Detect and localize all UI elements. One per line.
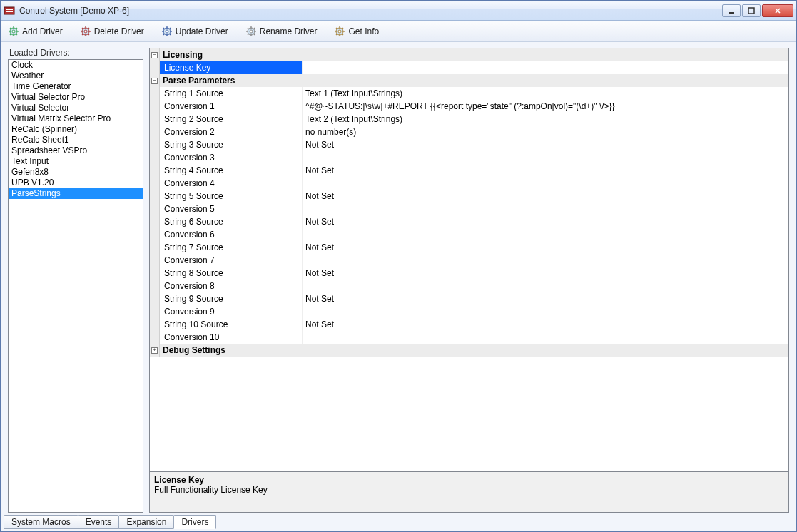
property-row[interactable]: String 9 SourceNot Set	[150, 292, 788, 305]
toolbar-label: Get Info	[348, 26, 379, 36]
svg-rect-1	[6, 9, 13, 10]
property-row[interactable]: Conversion 1^#@~STATUS:[\s\w]+#REPORT {{…	[150, 100, 788, 113]
property-row[interactable]: Conversion 2no number(s)	[150, 126, 788, 138]
update-driver-button[interactable]: Update Driver	[158, 24, 231, 39]
list-item[interactable]: Virtual Selector Pro	[9, 92, 143, 103]
property-row[interactable]: String 6 SourceNot Set	[150, 215, 788, 228]
property-label: Conversion 1	[160, 100, 303, 113]
property-row[interactable]: Conversion 6	[150, 228, 788, 241]
list-item[interactable]: Virtual Selector	[9, 103, 143, 113]
property-value[interactable]	[303, 331, 788, 344]
property-row[interactable]: String 4 SourceNot Set	[150, 164, 788, 177]
property-row[interactable]: Conversion 10	[150, 331, 788, 344]
delete-driver-button[interactable]: Delete Driver	[77, 24, 147, 39]
rename-driver-button[interactable]: Rename Driver	[243, 24, 320, 39]
gear-icon	[334, 26, 345, 37]
property-label: Conversion 5	[160, 203, 303, 215]
toolbar-label: Delete Driver	[94, 26, 144, 36]
window-title: Control System [Demo XP-6]	[19, 6, 129, 16]
property-category[interactable]: −Licensing	[150, 48, 788, 61]
app-icon	[4, 5, 15, 16]
property-value[interactable]	[303, 254, 788, 267]
property-category[interactable]: −Parse Parameters	[150, 74, 788, 87]
svg-line-13	[10, 34, 11, 35]
gear-icon	[245, 26, 257, 37]
list-item[interactable]: ParseStrings	[9, 188, 143, 199]
property-value[interactable]: Not Set	[303, 215, 788, 228]
gear-icon	[8, 26, 19, 37]
close-button[interactable]	[762, 4, 793, 17]
tab-expansion[interactable]: Expansion	[118, 515, 174, 529]
toolbar: Add Driver Delete Driver Update Driver R…	[1, 21, 796, 42]
list-item[interactable]: Virtual Matrix Selector Pro	[9, 113, 143, 124]
property-row[interactable]: Conversion 4	[150, 177, 788, 190]
property-value[interactable]	[303, 203, 788, 215]
property-category[interactable]: +Debug Settings	[150, 344, 788, 357]
property-value[interactable]: Not Set	[303, 138, 788, 151]
toolbar-label: Rename Driver	[260, 26, 318, 36]
property-grid[interactable]: −LicensingLicense Key−Parse ParametersSt…	[149, 48, 789, 472]
property-value[interactable]	[303, 228, 788, 241]
property-row[interactable]: License Key	[150, 61, 788, 74]
gear-icon	[161, 26, 173, 37]
property-row[interactable]: Conversion 9	[150, 305, 788, 318]
list-item[interactable]: ReCalc Sheet1	[9, 135, 143, 145]
property-row[interactable]: Conversion 8	[150, 280, 788, 292]
property-label: String 9 Source	[160, 292, 303, 305]
property-row[interactable]: Conversion 5	[150, 203, 788, 215]
list-item[interactable]: Weather	[9, 71, 143, 81]
svg-line-22	[88, 34, 89, 35]
property-row[interactable]: String 8 SourceNot Set	[150, 267, 788, 280]
drivers-listbox[interactable]: ClockWeatherTime GeneratorVirtual Select…	[8, 59, 143, 513]
property-value[interactable]	[303, 61, 788, 74]
list-item[interactable]: UPB V1.20	[9, 178, 143, 188]
collapse-icon[interactable]: −	[151, 52, 158, 58]
property-value[interactable]: Text 1 (Text Input\Strings)	[303, 87, 788, 100]
property-row[interactable]: String 3 SourceNot Set	[150, 138, 788, 151]
expand-icon[interactable]: +	[151, 347, 158, 354]
list-item[interactable]: Clock	[9, 60, 143, 71]
property-value[interactable]: Not Set	[303, 164, 788, 177]
property-value[interactable]	[303, 280, 788, 292]
property-row[interactable]: String 10 SourceNot Set	[150, 318, 788, 331]
svg-line-54	[342, 28, 343, 29]
property-value[interactable]	[303, 305, 788, 318]
list-item[interactable]: Gefen8x8	[9, 167, 143, 178]
get-info-button[interactable]: Get Info	[331, 24, 382, 39]
svg-line-21	[82, 28, 83, 29]
property-value[interactable]: Not Set	[303, 318, 788, 331]
property-label: Conversion 8	[160, 280, 303, 292]
svg-line-41	[248, 28, 249, 29]
property-value[interactable]: no number(s)	[303, 126, 788, 138]
property-value[interactable]: Not Set	[303, 190, 788, 203]
collapse-icon[interactable]: −	[151, 78, 158, 84]
svg-point-16	[84, 30, 87, 33]
toolbar-label: Update Driver	[176, 26, 228, 36]
property-value[interactable]	[303, 177, 788, 190]
svg-rect-3	[729, 12, 734, 14]
list-item[interactable]: Text Input	[9, 156, 143, 167]
property-label: String 5 Source	[160, 190, 303, 203]
property-value[interactable]: Not Set	[303, 241, 788, 254]
maximize-button[interactable]	[742, 4, 761, 17]
property-value[interactable]: Not Set	[303, 267, 788, 280]
minimize-button[interactable]	[722, 4, 741, 17]
property-row[interactable]: Conversion 7	[150, 254, 788, 267]
tab-events[interactable]: Events	[78, 515, 120, 529]
tab-drivers[interactable]: Drivers	[173, 515, 216, 529]
property-label: String 10 Source	[160, 318, 303, 331]
property-row[interactable]: String 1 SourceText 1 (Text Input\String…	[150, 87, 788, 100]
list-item[interactable]: ReCalc (Spinner)	[9, 124, 143, 135]
tab-system-macros[interactable]: System Macros	[4, 515, 78, 529]
property-value[interactable]	[303, 151, 788, 164]
property-value[interactable]: Text 2 (Text Input\Strings)	[303, 113, 788, 126]
property-row[interactable]: String 2 SourceText 2 (Text Input\String…	[150, 113, 788, 126]
add-driver-button[interactable]: Add Driver	[5, 24, 66, 39]
property-row[interactable]: String 7 SourceNot Set	[150, 241, 788, 254]
list-item[interactable]: Spreadsheet VSPro	[9, 145, 143, 156]
list-item[interactable]: Time Generator	[9, 81, 143, 92]
property-row[interactable]: String 5 SourceNot Set	[150, 190, 788, 203]
property-row[interactable]: Conversion 3	[150, 151, 788, 164]
property-value[interactable]: ^#@~STATUS:[\s\w]+#REPORT {{<report type…	[303, 100, 788, 113]
property-value[interactable]: Not Set	[303, 292, 788, 305]
